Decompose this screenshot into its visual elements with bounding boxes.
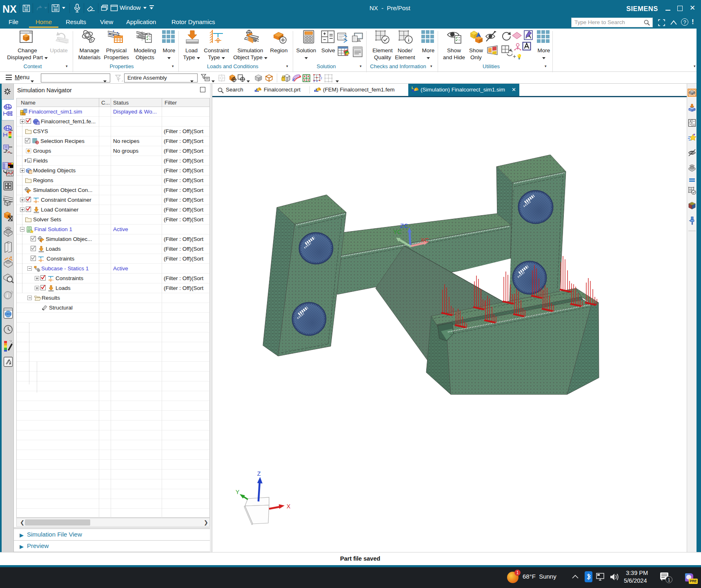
svg-text:3: 3: [313, 80, 315, 82]
svg-text:X: X: [287, 503, 291, 510]
svg-text:Z: Z: [257, 470, 261, 477]
svg-text:XC: XC: [421, 236, 429, 243]
svg-text:Y: Y: [236, 489, 240, 495]
svg-text:2: 2: [320, 77, 322, 80]
svg-text:x: x: [28, 159, 30, 163]
svg-text:F: F: [24, 158, 27, 163]
svg-text:i: i: [7, 292, 8, 298]
svg-text:YC: YC: [393, 228, 402, 235]
svg-text:4: 4: [316, 80, 318, 82]
